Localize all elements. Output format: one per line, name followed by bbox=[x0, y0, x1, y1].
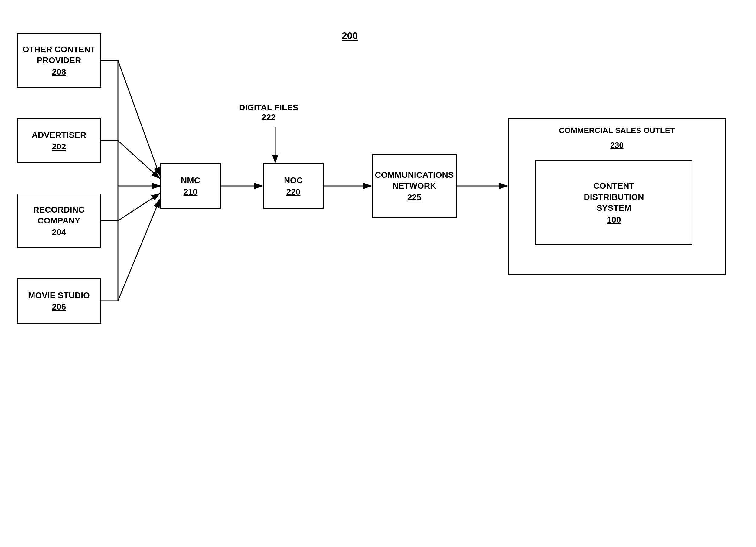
box-recording-company: RECORDINGCOMPANY 204 bbox=[17, 194, 101, 248]
box-other-content-provider: OTHER CONTENTPROVIDER 208 bbox=[17, 33, 101, 88]
box-noc-number: 220 bbox=[286, 187, 301, 197]
box-advertiser: ADVERTISER 202 bbox=[17, 118, 101, 163]
svg-line-8 bbox=[118, 141, 160, 178]
box-content-distribution-system: CONTENTDISTRIBUTIONSYSTEM 100 bbox=[535, 160, 692, 245]
figure-label: 200 bbox=[342, 30, 358, 41]
box-movie-studio-number: 206 bbox=[52, 302, 66, 312]
box-commercial-sales-outlet-label: COMMERCIAL SALES OUTLET bbox=[509, 125, 725, 136]
box-movie-studio: MOVIE STUDIO 206 bbox=[17, 278, 101, 324]
box-noc: NOC 220 bbox=[263, 163, 324, 209]
diagram: 200 OTHER CONTENTPROVIDER 208 ADVERTISER… bbox=[0, 0, 756, 547]
box-other-content-provider-label: OTHER CONTENTPROVIDER bbox=[22, 44, 95, 66]
box-comm-network: COMMUNICATIONSNETWORK 225 bbox=[372, 154, 457, 218]
box-movie-studio-label: MOVIE STUDIO bbox=[28, 290, 90, 301]
box-nmc-label: NMC bbox=[181, 175, 200, 186]
box-comm-network-label: COMMUNICATIONSNETWORK bbox=[375, 170, 454, 192]
box-nmc: NMC 210 bbox=[160, 163, 221, 209]
box-other-content-provider-number: 208 bbox=[52, 67, 66, 77]
box-content-distribution-system-number: 100 bbox=[607, 215, 621, 225]
box-content-distribution-system-label: CONTENTDISTRIBUTIONSYSTEM bbox=[584, 181, 644, 213]
figure-number: 200 bbox=[342, 30, 358, 41]
digital-files-text: DIGITAL FILES bbox=[239, 103, 298, 112]
digital-files-number: 222 bbox=[239, 112, 298, 122]
box-noc-label: NOC bbox=[284, 175, 303, 186]
box-recording-company-label: RECORDINGCOMPANY bbox=[33, 204, 85, 226]
svg-line-7 bbox=[118, 60, 160, 175]
box-nmc-number: 210 bbox=[184, 187, 198, 197]
digital-files-label: DIGITAL FILES 222 bbox=[239, 103, 298, 122]
box-advertiser-number: 202 bbox=[52, 142, 66, 151]
box-comm-network-number: 225 bbox=[407, 193, 422, 202]
box-commercial-sales-outlet-number: 230 bbox=[509, 141, 725, 150]
svg-line-10 bbox=[118, 200, 160, 301]
box-recording-company-number: 204 bbox=[52, 227, 66, 237]
box-advertiser-label: ADVERTISER bbox=[32, 130, 86, 141]
svg-line-9 bbox=[118, 194, 160, 221]
